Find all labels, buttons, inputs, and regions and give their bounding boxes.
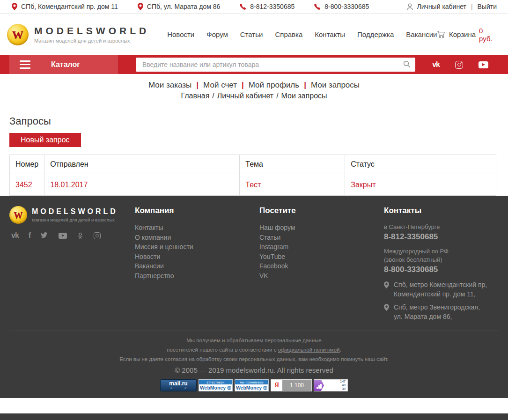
column-heading: Компания bbox=[135, 206, 259, 215]
address-line: Спб, метро Звенигородская, bbox=[394, 302, 480, 312]
phone-text: 8-812-3350685 bbox=[250, 3, 294, 10]
webmoney-attested-badge[interactable]: аттестован WebMoney bbox=[199, 379, 233, 391]
nav-help[interactable]: Справка bbox=[275, 30, 302, 38]
nav-support[interactable]: Поддержка bbox=[357, 30, 394, 38]
instagram-icon[interactable] bbox=[455, 61, 463, 69]
brand-tagline: Магазин моделей для детей и взрослых bbox=[32, 217, 118, 222]
odnoklassniki-icon[interactable] bbox=[77, 232, 84, 239]
mailru-logo: mail.ru bbox=[169, 381, 187, 386]
phone-icon bbox=[240, 3, 246, 10]
facebook-icon[interactable] bbox=[29, 231, 31, 240]
footer-link-contacts[interactable]: Контакты bbox=[135, 224, 163, 231]
liveinternet-count-2: 40 bbox=[342, 383, 346, 387]
footer-link-partnership[interactable]: Партнерство bbox=[135, 272, 174, 280]
topbar-account-area: Личный кабинет | Выйти bbox=[406, 3, 497, 10]
cart-icon bbox=[437, 30, 445, 38]
vk-icon[interactable] bbox=[432, 60, 440, 69]
logo[interactable]: W MODELSWORLD Магазин моделей для детей … bbox=[7, 24, 149, 45]
youtube-icon[interactable] bbox=[479, 61, 488, 68]
topbar: СПб, Комендантский пр. дом 11 СПб, ул. М… bbox=[0, 0, 508, 14]
catalog-button[interactable]: Каталог bbox=[9, 55, 118, 74]
footer-contacts-column: Контакты в Санкт-Петербурге 8-812-335068… bbox=[384, 206, 499, 321]
footer-brand-column: W MODELSWORLD Магазин моделей для детей … bbox=[9, 206, 135, 321]
separator: | bbox=[304, 81, 306, 89]
footer-phone-free: 8-800-3330685 bbox=[384, 265, 499, 274]
youtube-icon[interactable] bbox=[59, 233, 67, 239]
privacy-text: . bbox=[340, 347, 341, 353]
footer-link-mission[interactable]: Миссия и ценности bbox=[135, 243, 193, 251]
phone-region-label: в Санкт-Петербурге bbox=[384, 223, 499, 231]
footer-company-column: Компания Контакты О компании Миссия и це… bbox=[135, 206, 259, 321]
cart-total: 0 руб. bbox=[479, 27, 498, 43]
yandex-logo: Я bbox=[271, 380, 282, 391]
phone-free[interactable]: 8-800-3330685 bbox=[314, 3, 369, 10]
phone-intl-note: (звонок бесплатный) bbox=[384, 256, 499, 264]
twitter-icon[interactable] bbox=[41, 232, 49, 239]
footer-link-about[interactable]: О компании bbox=[135, 234, 171, 241]
request-topic-link[interactable]: Тест bbox=[240, 174, 345, 196]
account-nav-balance[interactable]: Мой счет bbox=[203, 81, 237, 89]
nav-contacts[interactable]: Контакты bbox=[315, 30, 345, 38]
store-address-2[interactable]: СПб, ул. Марата дом 86 bbox=[138, 3, 220, 10]
request-number[interactable]: 3452 bbox=[10, 174, 44, 196]
breadcrumb-home[interactable]: Главная bbox=[181, 92, 209, 100]
nav-articles[interactable]: Статьи bbox=[240, 30, 263, 38]
separator: / bbox=[212, 92, 214, 100]
nav-forum[interactable]: Форум bbox=[206, 30, 228, 38]
footer-link-forum[interactable]: Наш форум bbox=[259, 224, 295, 231]
privacy-notice: Мы получаем и обрабатываем персональные … bbox=[9, 336, 499, 364]
phone-text: 8-800-3330685 bbox=[324, 3, 369, 10]
footer-link-articles[interactable]: Статьи bbox=[259, 234, 280, 241]
catalog-label: Каталог bbox=[51, 60, 80, 69]
separator: | bbox=[196, 81, 199, 89]
footer-link-youtube[interactable]: YouTube bbox=[259, 253, 285, 260]
footer: W MODELSWORLD Магазин моделей для детей … bbox=[0, 196, 508, 398]
privacy-policy-link[interactable]: официальной политикой bbox=[278, 347, 340, 353]
search-button[interactable] bbox=[401, 59, 412, 70]
nav-news[interactable]: Новости bbox=[167, 30, 194, 38]
webmoney-accepted-badge[interactable]: мы принимаем WebMoney bbox=[235, 379, 269, 391]
account-link[interactable]: Личный кабинет bbox=[417, 3, 466, 10]
brand-name: MODELSWORLD bbox=[34, 25, 149, 37]
yandex-counter: 1 100 bbox=[282, 380, 311, 391]
breadcrumb-account[interactable]: Личный кабинет bbox=[217, 92, 273, 100]
footer-link-news[interactable]: Новости bbox=[135, 253, 160, 260]
logout-link[interactable]: Выйти bbox=[478, 3, 497, 10]
separator: | bbox=[470, 3, 474, 10]
footer-link-vk[interactable]: VK bbox=[259, 272, 268, 280]
mailru-rating-badge[interactable]: mail.ru 2 2 bbox=[160, 379, 197, 391]
account-nav-orders[interactable]: Мои заказы bbox=[148, 81, 191, 89]
webmoney-globe-icon bbox=[227, 386, 231, 390]
new-request-button[interactable]: Новый запрос bbox=[9, 133, 81, 147]
nav-vacancies[interactable]: Вакансии bbox=[406, 30, 437, 38]
privacy-line-2: посетителей нашего сайта в соответствии … bbox=[9, 345, 499, 354]
account-nav-requests[interactable]: Мои запросы bbox=[311, 81, 360, 89]
liveinternet-badge[interactable]: 147 40 39 bbox=[314, 379, 348, 391]
catalog-bar: Каталог bbox=[0, 55, 508, 74]
vk-icon[interactable] bbox=[11, 231, 19, 240]
phone-spb[interactable]: 8-812-3350685 bbox=[240, 3, 294, 10]
search-input[interactable] bbox=[136, 58, 415, 72]
cart[interactable]: Корзина 0 руб. bbox=[437, 27, 498, 43]
header-social-icons bbox=[432, 60, 508, 69]
footer-link-facebook[interactable]: Facebook bbox=[259, 262, 288, 270]
request-status: Закрыт bbox=[345, 174, 496, 196]
phone-icon bbox=[314, 3, 321, 10]
store-address-1[interactable]: СПб, Комендантский пр. дом 11 bbox=[12, 3, 118, 10]
spacer bbox=[0, 398, 508, 413]
table-row: 3452 18.01.2017 Тест Закрыт bbox=[10, 174, 496, 196]
cart-label: Корзина bbox=[449, 30, 476, 38]
logo-icon: W bbox=[7, 24, 29, 45]
instagram-icon[interactable] bbox=[94, 232, 101, 239]
yandex-metrika-badge[interactable]: Я 1 100 bbox=[271, 379, 312, 391]
column-header-sent: Отправлен bbox=[44, 155, 240, 174]
breadcrumb-current: Мои запросы bbox=[281, 92, 327, 100]
breadcrumb: Главная/Личный кабинет/Мои запросы bbox=[0, 92, 508, 100]
account-nav-profile[interactable]: Мой профиль bbox=[249, 81, 299, 89]
address-text: СПб, Комендантский пр. дом 11 bbox=[21, 3, 118, 10]
footer-link-instagram[interactable]: Instagram bbox=[259, 243, 288, 251]
webmoney-attested-label: аттестован bbox=[199, 380, 232, 384]
footer-link-vacancies[interactable]: Вакансии bbox=[135, 262, 164, 270]
address-line: Комендантский пр. дом 11, bbox=[394, 289, 487, 299]
footer-logo[interactable]: W MODELSWORLD Магазин моделей для детей … bbox=[9, 206, 135, 224]
